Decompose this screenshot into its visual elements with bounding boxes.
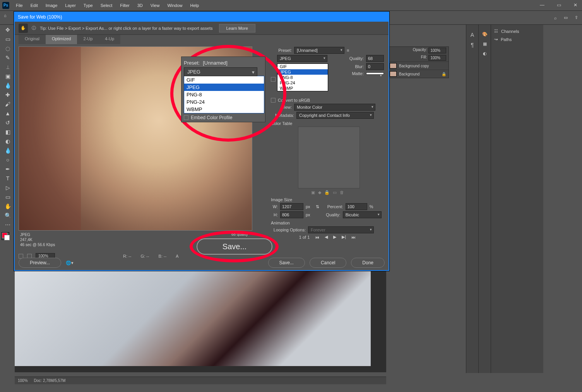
menu-type[interactable]: Type [80, 2, 96, 9]
metadata-select[interactable]: Copyright and Contact Info [296, 112, 374, 119]
quickselect-tool-icon[interactable]: ✎ [3, 53, 13, 62]
big-save-button[interactable]: Save... [197, 238, 272, 255]
eraser-tool-icon[interactable]: ◧ [3, 128, 13, 136]
format-select[interactable]: JPEG [277, 55, 327, 62]
gradient-tool-icon[interactable]: ◐ [3, 137, 13, 146]
preset-menu-icon[interactable]: ≡ [347, 48, 349, 53]
hand-icon[interactable]: ✋ [19, 24, 28, 33]
tab-original[interactable]: Original [19, 35, 46, 44]
anim-last-icon[interactable]: ⏭ [351, 235, 356, 240]
layer-row[interactable]: Background copy [387, 62, 448, 70]
ct-icon[interactable]: ▣ [311, 190, 315, 195]
browser-icon[interactable]: 🌐▾ [66, 260, 74, 265]
opacity-value[interactable]: 100% [428, 48, 446, 53]
format-option-jpeg[interactable]: JPEG [277, 69, 328, 75]
anim-next-icon[interactable]: ▶| [342, 235, 346, 240]
zoom-embed-checkbox[interactable] [184, 115, 188, 120]
zoom-opt-png24[interactable]: PNG-24 [184, 98, 264, 106]
channels-tab[interactable]: ☷Channels [493, 27, 541, 35]
preset-select[interactable]: [Unnamed] [294, 47, 344, 54]
anim-play-icon[interactable]: ▶ [333, 235, 336, 240]
menu-edit[interactable]: Edit [27, 2, 41, 9]
shape-tool-icon[interactable]: ▭ [3, 193, 13, 201]
menu-view[interactable]: View [147, 2, 163, 9]
paragraph-icon[interactable]: ¶ [471, 42, 474, 48]
stamp-tool-icon[interactable]: ▲ [3, 109, 13, 118]
window-close[interactable]: ✕ [571, 2, 580, 9]
anim-first-icon[interactable]: ⏮ [315, 235, 319, 240]
fill-value[interactable]: 100% [428, 55, 446, 61]
lasso-tool-icon[interactable]: ◌ [3, 44, 13, 53]
hand-tool-icon[interactable]: ✋ [3, 202, 13, 211]
heal-tool-icon[interactable]: ✚ [3, 91, 13, 99]
learn-more-button[interactable]: Learn More [219, 24, 255, 33]
zoom-opt-jpeg[interactable]: JPEG [184, 84, 264, 91]
zoom-format-select[interactable]: JPEG [184, 67, 257, 76]
status-zoom[interactable]: 100% [18, 378, 28, 383]
done-button[interactable]: Done [351, 258, 385, 268]
ct-icon[interactable]: 🔒 [324, 190, 330, 195]
zoom-opt-gif[interactable]: GIF [184, 76, 264, 84]
frame-tool-icon[interactable]: ▣ [3, 72, 13, 80]
w-input[interactable]: 1207 [280, 203, 303, 210]
menu-file[interactable]: File [12, 2, 26, 9]
history-brush-icon[interactable]: ↺ [3, 118, 13, 127]
ct-icon[interactable]: 🗑 [340, 190, 344, 195]
menu-filter[interactable]: Filter [116, 2, 133, 9]
path-select-icon[interactable]: ▷ [3, 183, 13, 192]
eyedropper-tool-icon[interactable]: 💧 [3, 81, 13, 90]
pen-tool-icon[interactable]: ✒ [3, 165, 13, 173]
zoom-opt-png8[interactable]: PNG-8 [184, 91, 264, 98]
dodge-tool-icon[interactable]: ○ [3, 156, 13, 164]
resample-select[interactable]: Bicubic [343, 211, 382, 218]
preview-button[interactable]: Preview... [19, 258, 61, 268]
swatches-icon[interactable]: ▦ [483, 41, 487, 46]
brush-tool-icon[interactable]: 🖌 [3, 100, 13, 108]
adjust-icon[interactable]: ◐ [483, 51, 487, 56]
search-icon[interactable]: ⌕ [554, 15, 557, 20]
zoom-opt-wbmp[interactable]: WBMP [184, 106, 264, 113]
share-icon[interactable]: ⇪ [575, 15, 578, 20]
crop-tool-icon[interactable]: ⟂ [3, 63, 13, 71]
tab-optimized[interactable]: Optimized [46, 35, 77, 44]
ct-icon[interactable]: ◆ [318, 190, 321, 195]
marquee-tool-icon[interactable]: ▭ [3, 35, 13, 43]
menu-select[interactable]: Select [97, 2, 116, 9]
paths-tab[interactable]: ↝Paths [493, 35, 541, 43]
color-swatches[interactable] [2, 232, 13, 240]
percent-input[interactable]: 100 [346, 203, 367, 210]
menu-help[interactable]: Help [187, 2, 203, 9]
window-minimize[interactable]: — [537, 2, 547, 9]
tab-4up[interactable]: 4-Up [99, 35, 120, 44]
cancel-button[interactable]: Cancel [310, 258, 346, 268]
save-button[interactable]: Save... [268, 258, 305, 268]
color-icon[interactable]: 🎨 [482, 32, 488, 37]
blur-input[interactable]: 0 [366, 63, 384, 70]
zoom-tool-icon[interactable]: 🔍 [3, 211, 13, 220]
type-tool-icon[interactable]: T [3, 174, 13, 183]
quality-input[interactable]: 68 [366, 55, 384, 62]
menu-3d[interactable]: 3D [134, 2, 146, 9]
blur-tool-icon[interactable]: 💧 [3, 146, 13, 155]
window-maximize[interactable]: ▭ [555, 2, 563, 9]
tab-2up[interactable]: 2-Up [77, 35, 99, 44]
more-tools-icon[interactable]: ⋯ [3, 221, 13, 229]
format-option-png8[interactable]: PNG-8 [277, 75, 328, 80]
format-option-gif[interactable]: GIF [277, 64, 328, 69]
menu-window[interactable]: Window [164, 2, 186, 9]
layer-row[interactable]: Background🔒 [387, 70, 448, 78]
character-icon[interactable]: A [471, 32, 474, 38]
previewspace-select[interactable]: Monitor Color [294, 104, 375, 111]
menu-layer[interactable]: Layer [62, 2, 79, 9]
home-icon[interactable]: ⌂ [4, 13, 7, 18]
layers-panel[interactable]: Opacity: 100% Fill: 100% Background copy… [387, 46, 449, 78]
zoom-format-dropdown[interactable]: GIF JPEG PNG-8 PNG-24 WBMP [184, 76, 264, 113]
matte-color[interactable] [366, 72, 384, 75]
h-input[interactable]: 806 [280, 211, 303, 218]
menu-image[interactable]: Image [42, 2, 61, 9]
link-icon[interactable]: ⇅ [316, 204, 319, 209]
ct-icon[interactable]: ▭ [333, 190, 337, 195]
move-tool-icon[interactable]: ✥ [3, 26, 13, 34]
color-table[interactable] [298, 127, 360, 188]
anim-prev-icon[interactable]: ◀ [325, 235, 328, 240]
